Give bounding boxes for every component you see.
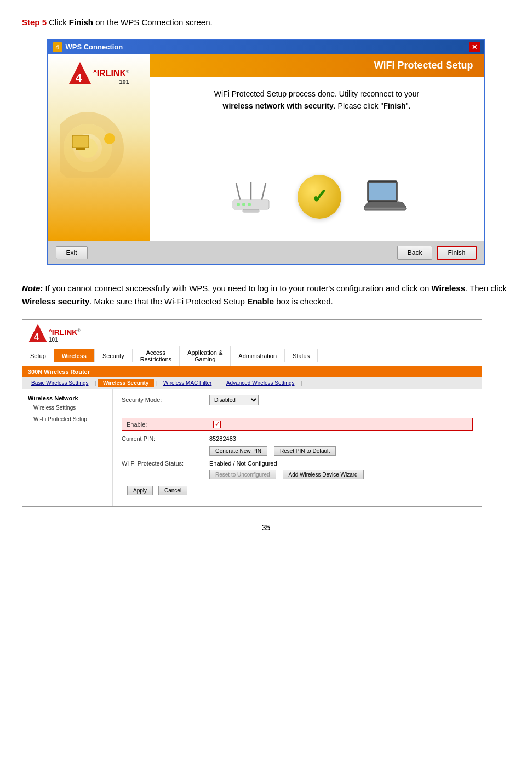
svg-point-13 [242,203,245,206]
wps-status-row: Wi-Fi Protected Status: Enabled / Not Co… [122,460,473,467]
step5-instruction: Step 5 Click Finish on the WPS Connectio… [22,16,510,29]
nav-status[interactable]: Status [285,349,318,362]
dialog-right-header: WiFi Protected Setup [150,54,484,77]
logo-airlink-text: AIRLINK® [93,69,129,78]
pin-button-row: Generate New PIN Reset PIN to Default [209,446,473,456]
nav-application-gaming[interactable]: Application &Gaming [180,346,231,366]
checkmark-circle: ✓ [298,175,341,219]
note-bold2: Wireless security [22,297,89,306]
laptop-icon [363,179,407,214]
note-section: Note: If you cannot connect successfully… [22,282,510,308]
wps-action-button-row: Reset to Unconfigured Add Wireless Devic… [209,470,473,479]
router-header: 4 AIRLINK® 101 [22,320,482,346]
security-mode-row: Security Mode: Disabled WEP WPA Personal [122,395,473,411]
current-pin-value: 85282483 [209,435,236,442]
subnav-wireless-mac-filter[interactable]: Wireless MAC Filter [158,379,217,387]
security-mode-label: Security Mode: [122,396,209,403]
dialog-title-icon: 4 [53,42,62,52]
router-sub-nav: Basic Wireless Settings | Wireless Secur… [22,377,482,389]
wps-dialog-wrapper: 4 WPS Connection ✕ 4 AIRLINK® [47,39,485,265]
security-mode-select[interactable]: Disabled WEP WPA Personal [209,395,259,405]
nav-administration[interactable]: Administration [231,349,285,362]
nav-setup[interactable]: Setup [22,349,54,362]
reset-unconfigured-button[interactable]: Reset to Unconfigured [209,470,276,479]
router-icon [226,178,276,216]
step-label: Step 5 [22,18,47,27]
svg-point-12 [237,203,240,206]
airlink-logo: 4 AIRLINK® 101 [68,61,129,85]
security-mode-control: Disabled WEP WPA Personal [209,395,259,405]
dialog-right-content: WiFi Protected Setup process done. Utili… [150,77,484,241]
svg-rect-6 [76,148,85,150]
check-mark-icon: ✓ [311,185,328,208]
back-button[interactable]: Back [397,246,433,260]
sidebar-wps: Wi-Fi Protected Setup [33,416,107,422]
wps-status-value: Enabled / Not Configured [209,460,277,467]
dialog-body: 4 AIRLINK® 101 [48,54,484,241]
dialog-title-text: WPS Connection [66,43,123,51]
svg-text:4: 4 [76,72,82,84]
router-main-form: Security Mode: Disabled WEP WPA Personal… [113,389,482,506]
nav-access-restrictions[interactable]: AccessRestrictions [133,346,180,366]
dialog-titlebar-left: 4 WPS Connection [53,42,123,52]
router-sidebar: Wireless Network Wireless Settings Wi-Fi… [22,389,113,506]
subnav-advanced-wireless[interactable]: Advanced Wireless Settings [221,379,300,387]
wps-dialog: 4 WPS Connection ✕ 4 AIRLINK® [47,39,485,265]
svg-rect-15 [243,209,259,212]
cancel-button[interactable]: Cancel [158,486,187,495]
sidebar-wireless-settings: Wireless Settings [33,405,107,411]
router-logo-101: 101 [49,337,81,343]
wifi-animation-graphic [60,101,137,178]
reset-pin-button[interactable]: Reset PIN to Default [274,446,336,456]
dialog-btn-group: Back Finish [397,246,477,260]
router-nav: Setup Wireless Security AccessRestrictio… [22,346,482,366]
svg-line-8 [236,183,240,200]
note-label: Note: [22,283,43,293]
router-logo-icon: 4 [28,323,48,343]
airlink-logo-icon: 4 [68,61,92,85]
svg-line-10 [262,183,266,200]
dialog-right-panel: WiFi Protected Setup WiFi Protected Setu… [150,54,484,241]
dialog-left-panel: 4 AIRLINK® 101 [48,54,150,241]
dialog-icons-row: ✓ [226,175,407,219]
dialog-message: WiFi Protected Setup process done. Utili… [207,88,426,112]
note-bold1: Wireless [431,283,465,293]
svg-point-14 [248,203,251,206]
router-footer-buttons: Apply Cancel [127,486,473,501]
current-pin-label: Current PIN: [122,435,209,442]
router-content: Wireless Network Wireless Settings Wi-Fi… [22,389,482,506]
wifi-circles-svg [60,101,137,178]
wps-status-label: Wi-Fi Protected Status: [122,460,209,467]
generate-pin-button[interactable]: Generate New PIN [209,446,267,456]
step5-bold: Finish [69,18,93,27]
logo-101: 101 [93,78,129,85]
router-admin-ui: 4 AIRLINK® 101 Setup Wireless Security A… [22,319,482,507]
dialog-footer: Exit Back Finish [48,241,484,264]
svg-rect-17 [369,183,396,200]
note-bold3: Enable [247,297,274,306]
current-pin-row: Current PIN: 85282483 [122,435,473,442]
sidebar-heading: Wireless Network [28,395,107,401]
router-airlink-logo: 4 AIRLINK® 101 [28,323,81,343]
nav-security[interactable]: Security [95,349,133,362]
exit-button[interactable]: Exit [56,246,88,259]
svg-point-7 [104,133,115,144]
apply-button[interactable]: Apply [127,486,153,495]
page-number: 35 [22,523,510,532]
add-wizard-button[interactable]: Add Wireless Device Wizard [283,470,364,479]
router-logo-text: AIRLINK® [49,328,81,337]
router-orange-bar: 300N Wireless Router [22,366,482,377]
enable-checkbox[interactable] [213,421,221,428]
enable-row: Enable: [122,418,473,431]
enable-label: Enable: [127,421,209,428]
svg-rect-5 [72,135,89,148]
finish-button[interactable]: Finish [437,246,476,260]
svg-rect-18 [364,207,406,210]
dialog-close-button[interactable]: ✕ [469,42,480,52]
dialog-titlebar: 4 WPS Connection ✕ [48,40,484,54]
svg-text:4: 4 [34,332,39,342]
subnav-wireless-security[interactable]: Wireless Security [98,379,154,387]
subnav-basic-wireless[interactable]: Basic Wireless Settings [26,379,94,387]
nav-wireless[interactable]: Wireless [54,349,95,362]
